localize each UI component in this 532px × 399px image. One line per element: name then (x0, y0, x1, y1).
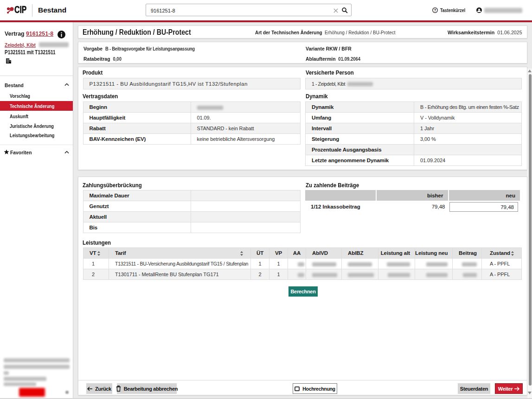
svg-text:?: ? (434, 8, 436, 13)
